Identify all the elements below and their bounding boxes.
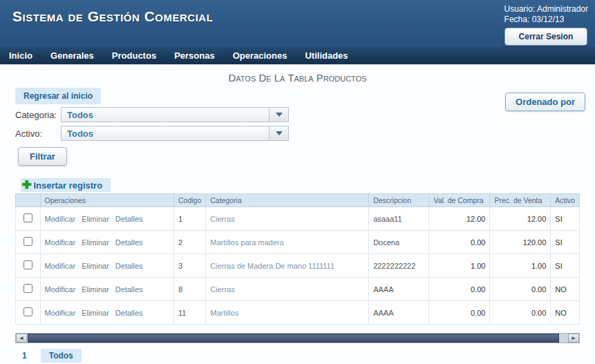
delete-link[interactable]: Eliminar <box>82 285 109 294</box>
nav-item-personas[interactable]: Personas <box>165 47 224 64</box>
categoria-dropdown-button[interactable] <box>269 108 288 122</box>
categoria-label: Categoria: <box>15 110 61 120</box>
scrollbar-track[interactable] <box>560 334 568 343</box>
activo-label: Activo: <box>15 128 61 139</box>
activo-filter-row: Activo: Todos <box>15 125 595 142</box>
scroll-right-button[interactable]: ► <box>568 334 579 343</box>
nav-item-operaciones[interactable]: Operaciones <box>224 47 296 64</box>
pagination: 1 Todos <box>18 349 595 363</box>
details-link[interactable]: Detalles <box>115 285 143 294</box>
cell-val-compra: 1.00 <box>429 254 490 278</box>
cell-categoria: Martillos <box>206 301 369 325</box>
delete-link[interactable]: Eliminar <box>82 262 109 270</box>
delete-link[interactable]: Eliminar <box>82 215 109 223</box>
chevron-down-icon <box>276 113 283 117</box>
nav-item-utilidades[interactable]: Utilidades <box>296 47 357 64</box>
row-checkbox[interactable] <box>23 260 32 269</box>
details-link[interactable]: Detalles <box>115 238 143 247</box>
cell-activo: SI <box>551 231 580 254</box>
insert-record-link[interactable]: ✚ Insertar registro <box>21 178 111 192</box>
cell-activo: SI <box>551 254 580 278</box>
show-all-link[interactable]: Todos <box>41 349 82 363</box>
nav-item-generales[interactable]: Generales <box>41 47 103 64</box>
row-checkbox[interactable] <box>23 213 32 222</box>
cell-prec-venta: 12.00 <box>490 207 551 231</box>
modify-link[interactable]: Modificar <box>45 215 76 223</box>
modify-link[interactable]: Modificar <box>45 238 76 247</box>
cell-prec-venta: 120.00 <box>490 231 551 254</box>
cell-prec-venta: 1.00 <box>490 254 551 278</box>
cell-val-compra: 0.00 <box>429 231 490 254</box>
header-prec-venta: Prec. de Venta <box>490 194 551 207</box>
header-val-compra: Val. de Compra <box>429 194 490 207</box>
details-link[interactable]: Detalles <box>115 262 143 270</box>
table-header-row: Operaciones Codigo Categoria Descripcion… <box>16 194 580 207</box>
nav-item-productos[interactable]: Productos <box>103 47 165 64</box>
date-label: Fecha: 03/12/13 <box>504 15 588 25</box>
header-checkbox-col <box>16 194 41 207</box>
table-row: ModificarEliminarDetalles 11 Martillos A… <box>16 301 580 325</box>
row-checkbox[interactable] <box>23 307 32 316</box>
header-operaciones: Operaciones <box>40 194 173 207</box>
header-user-panel: Usuario: Administrador Fecha: 03/12/13 C… <box>504 4 588 46</box>
cell-codigo: 2 <box>173 231 205 254</box>
scroll-left-button[interactable]: ◄ <box>16 334 27 343</box>
filter-button[interactable]: Filtrar <box>18 147 67 166</box>
back-to-home-button[interactable]: Regresar al inicio <box>15 88 101 104</box>
row-checkbox[interactable] <box>23 284 32 293</box>
activo-selected-value: Todos <box>62 126 269 140</box>
modify-link[interactable]: Modificar <box>45 309 76 317</box>
chevron-down-icon <box>276 131 283 135</box>
table-row: ModificarEliminarDetalles 8 Cierras AAAA… <box>16 278 580 301</box>
table-row: ModificarEliminarDetalles 1 Cierras asaa… <box>16 207 580 231</box>
delete-link[interactable]: Eliminar <box>82 238 109 247</box>
details-link[interactable]: Detalles <box>115 309 143 317</box>
cell-categoria: Cierras <box>206 278 369 301</box>
cell-activo: NO <box>551 278 580 301</box>
cell-codigo: 11 <box>173 301 205 325</box>
cell-categoria: Cierras <box>206 207 369 231</box>
cell-codigo: 1 <box>173 207 205 231</box>
scrollbar-thumb[interactable] <box>28 334 559 343</box>
delete-link[interactable]: Eliminar <box>82 309 109 317</box>
logout-button[interactable]: Cerrar Sesion <box>504 28 588 46</box>
cell-descripcion: Docena <box>369 231 429 254</box>
horizontal-scrollbar[interactable]: ◄ ► <box>15 333 580 343</box>
cell-codigo: 3 <box>173 254 205 278</box>
nav-item-inicio[interactable]: Inicio <box>0 47 41 64</box>
table-row: ModificarEliminarDetalles 3 Cierras de M… <box>16 254 580 278</box>
cell-descripcion: AAAA <box>369 278 429 301</box>
details-link[interactable]: Detalles <box>115 215 143 223</box>
cell-prec-venta: 0.00 <box>490 278 551 301</box>
page-number-1[interactable]: 1 <box>18 349 31 363</box>
plus-icon: ✚ <box>22 180 31 191</box>
activo-select[interactable]: Todos <box>61 126 289 141</box>
cell-codigo: 8 <box>173 278 205 301</box>
cell-descripcion: AAAA <box>369 301 429 325</box>
categoria-select[interactable]: Todos <box>61 107 289 122</box>
header-codigo: Codigo <box>173 194 205 207</box>
cell-val-compra: 0.00 <box>429 278 490 301</box>
main-nav: Inicio Generales Productos Personas Oper… <box>0 47 595 65</box>
cell-categoria: Martillos para madera <box>206 231 369 254</box>
cell-val-compra: 12.00 <box>429 207 490 231</box>
products-table: Operaciones Codigo Categoria Descripcion… <box>15 193 580 325</box>
cell-prec-venta: 0.00 <box>490 301 551 325</box>
categoria-selected-value: Todos <box>62 108 269 122</box>
header-activo: Activo <box>551 194 580 207</box>
cell-activo: NO <box>551 301 580 325</box>
order-by-button[interactable]: Ordenado por <box>505 93 585 111</box>
header-categoria: Categoria <box>206 194 369 207</box>
header-descripcion: Descripcion <box>369 194 429 207</box>
activo-dropdown-button[interactable] <box>269 126 288 140</box>
cell-val-compra: 0.00 <box>429 301 490 325</box>
cell-descripcion: 2222222222 <box>369 254 429 278</box>
modify-link[interactable]: Modificar <box>45 262 76 270</box>
app-header: Sistema de Gestión Comercial Usuario: Ad… <box>0 0 595 47</box>
cell-descripcion: asaaa11 <box>369 207 429 231</box>
page-title: Datos De La Tabla Productos <box>0 72 595 84</box>
row-checkbox[interactable] <box>23 237 32 246</box>
user-label: Usuario: Administrador <box>504 4 588 15</box>
content-area: Datos De La Tabla Productos Regresar al … <box>0 65 595 364</box>
modify-link[interactable]: Modificar <box>45 285 76 294</box>
